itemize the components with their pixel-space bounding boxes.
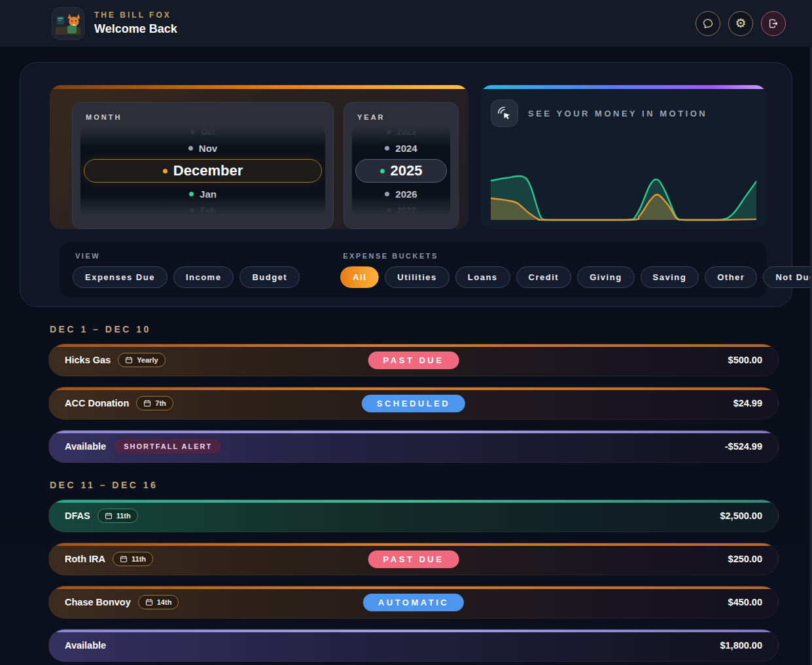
bucket-pill-loans[interactable]: Loans [455,266,510,288]
wheel-option-label: 2026 [395,189,417,200]
chat-icon [702,18,714,29]
available-row[interactable]: AvailableSHORTFALL ALERT-$524.99 [48,430,779,463]
wheel-option-label: Oct [201,128,215,137]
bucket-pill-giving[interactable]: Giving [577,266,634,288]
wheel-option-label: 2025 [391,162,423,179]
settings-button[interactable]: ⚙ [728,11,753,36]
row-amount: -$524.99 [725,441,762,452]
area-chart-svg [491,148,756,221]
wheel-dot [385,146,389,151]
status-badge-automatic: AUTOMATIC [363,594,464,611]
row-name: Available [65,640,106,651]
shortfall-alert-badge: SHORTFALL ALERT [115,439,221,454]
month-picker: MONTH OctNovDecemberJanFeb [72,102,334,229]
year-label: YEAR [357,113,450,121]
wheel-option-label: Jan [200,189,217,200]
month-option-oct[interactable]: Oct [80,128,325,138]
money-motion-chart [491,148,756,221]
click-icon-box [491,99,518,127]
calendar-icon [120,555,128,563]
wheel-dot [190,130,195,134]
due-date-label: Yearly [137,356,158,364]
month-option-december[interactable]: December [84,159,322,183]
app-name: THE BILL FOX [94,10,177,20]
bucket-pill-saving[interactable]: Saving [641,266,699,288]
date-picker-card: MONTH OctNovDecemberJanFeb YEAR 20232024… [50,85,468,229]
bucket-pill-utilities[interactable]: Utilities [385,266,449,288]
row-amount: $1,800.00 [720,640,762,651]
due-date-label: 14th [157,598,172,606]
filter-bar: VIEW Expenses DueIncomeBudget EXPENSE BU… [60,242,767,297]
section-title: DEC 11 – DEC 16 [50,480,779,490]
bucket-options: AllUtilitiesLoansCreditGivingSavingOther… [340,266,812,288]
month-option-nov[interactable]: Nov [80,138,325,158]
wheel-dot [188,146,193,151]
year-picker: YEAR 20232024202520262027 [344,102,459,229]
due-date-label: 11th [116,512,131,520]
month-wheel[interactable]: OctNovDecemberJanFeb [80,128,325,214]
wheel-dot [190,208,194,213]
status-badge-scheduled: SCHEDULED [362,395,465,412]
row-amount: $250.00 [728,554,762,564]
expense-row-acc-donation[interactable]: ACC Donation7thSCHEDULED$24.99 [48,387,779,420]
month-option-feb[interactable]: Feb [80,204,325,214]
year-option-2025[interactable]: 2025 [355,159,447,183]
buckets-label: EXPENSE BUCKETS [343,252,812,260]
calendar-icon [125,356,133,364]
status-badge-past-due: PAST DUE [368,351,459,369]
wheel-option-label: Feb [200,206,215,215]
view-options: Expenses DueIncomeBudget [73,266,300,288]
logout-icon [768,18,779,29]
row-amount: $24.99 [733,398,762,408]
year-option-2023[interactable]: 2023 [352,128,450,138]
available-row[interactable]: Available$1,800.00 [48,629,779,662]
wheel-option-label: December [173,162,243,179]
wheel-option-label: 2027 [397,206,416,215]
bucket-pill-other[interactable]: Other [705,266,757,288]
calendar-icon [143,399,151,407]
app-header: THE BILL FOX Welcome Back ⚙ [0,0,812,47]
bucket-pill-not-due[interactable]: Not Due [763,266,812,288]
due-date-badge: 11th [97,509,138,523]
wheel-dot [387,130,391,134]
bucket-pill-credit[interactable]: Credit [516,266,572,288]
money-in-motion-card[interactable]: SEE YOUR MONEY IN MOTION [480,85,767,229]
expense-row-hicks-gas[interactable]: Hicks GasYearlyPAST DUE$500.00 [48,344,779,376]
month-option-jan[interactable]: Jan [80,184,325,204]
view-label: VIEW [75,252,300,260]
income-row-dfas[interactable]: DFAS11th$2,500.00 [48,499,779,532]
year-wheel[interactable]: 20232024202520262027 [352,128,450,214]
year-option-2026[interactable]: 2026 [352,184,450,204]
expense-row-chase-bonvoy[interactable]: Chase Bonvoy14thAUTOMATIC$450.00 [48,586,779,619]
row-amount: $2,500.00 [720,511,762,521]
status-badge-past-due: PAST DUE [368,550,459,568]
row-amount: $500.00 [728,355,762,365]
row-name: Roth IRA [65,554,105,564]
wheel-dot [163,169,168,173]
view-pill-budget[interactable]: Budget [239,266,300,288]
row-name: ACC Donation [65,398,129,408]
page-title: Welcome Back [94,22,177,36]
due-date-badge: 7th [136,396,173,410]
due-date-badge: 11th [113,552,153,566]
due-date-badge: Yearly [118,353,165,367]
wheel-dot [189,192,194,196]
wheel-dot [387,208,391,213]
view-pill-income[interactable]: Income [173,266,234,288]
year-option-2027[interactable]: 2027 [352,204,450,214]
expense-row-roth-ira[interactable]: Roth IRA11thPAST DUE$250.00 [48,543,779,575]
tap-click-icon [497,105,512,121]
bucket-pill-all[interactable]: All [340,266,379,288]
wheel-option-label: 2024 [395,143,417,154]
row-amount: $450.00 [728,597,762,607]
motion-card-title: SEE YOUR MONEY IN MOTION [528,109,707,118]
due-date-badge: 14th [138,595,179,609]
chat-button[interactable] [696,11,720,36]
row-name: Available [65,441,106,452]
logout-button[interactable] [761,11,786,36]
year-option-2024[interactable]: 2024 [352,138,450,158]
control-panel: MONTH OctNovDecemberJanFeb YEAR 20232024… [20,62,792,307]
view-pill-expenses-due[interactable]: Expenses Due [73,266,168,288]
row-name: Hicks Gas [65,355,111,365]
wheel-option-label: 2023 [397,128,416,137]
